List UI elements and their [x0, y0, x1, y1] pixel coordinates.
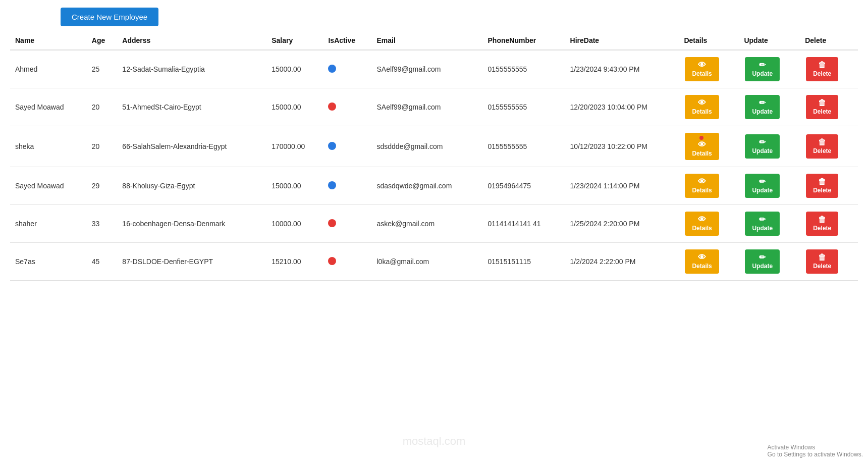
edit-icon: ✏ — [759, 61, 766, 69]
cell-hiredate: 1/2/2024 2:22:00 PM — [565, 243, 679, 281]
eye-icon: 👁 — [698, 216, 706, 224]
cell-salary: 170000.00 — [266, 126, 323, 167]
details-button[interactable]: 👁Details — [685, 95, 719, 119]
employee-table-container: Name Age Adderss Salary IsActive Email P… — [0, 31, 868, 291]
details-button[interactable]: 👁Details — [685, 57, 719, 81]
cell-details: 👁Details — [679, 205, 739, 243]
cell-update: ✏Update — [739, 205, 800, 243]
cell-hiredate: 12/20/2023 10:04:00 PM — [565, 88, 679, 126]
cell-address: 88-Kholusy-Giza-Egypt — [117, 167, 266, 205]
cell-name: Ahmed — [10, 50, 87, 88]
cell-isactive — [323, 243, 371, 281]
cell-salary: 15210.00 — [266, 243, 323, 281]
delete-button-label: Delete — [813, 147, 831, 155]
cell-address: 12-Sadat-Sumalia-Egyptia — [117, 50, 266, 88]
active-true-dot — [328, 181, 336, 189]
delete-button[interactable]: 🗑Delete — [806, 212, 838, 236]
cell-name: sheka — [10, 126, 87, 167]
cell-email: SAelf99@gmail.com — [371, 50, 482, 88]
table-header-row: Name Age Adderss Salary IsActive Email P… — [10, 31, 858, 50]
update-button[interactable]: ✏Update — [745, 174, 780, 198]
delete-button[interactable]: 🗑Delete — [806, 95, 838, 119]
cell-salary: 15000.00 — [266, 88, 323, 126]
col-age: Age — [87, 31, 118, 50]
delete-button[interactable]: 🗑Delete — [806, 57, 838, 81]
cell-isactive — [323, 126, 371, 167]
cell-update: ✏Update — [739, 243, 800, 281]
col-hiredate: HireDate — [565, 31, 679, 50]
eye-icon: 👁 — [698, 178, 706, 186]
eye-icon: 👁 — [698, 253, 706, 262]
cell-phone: 0155555555 — [483, 88, 565, 126]
employee-table: Name Age Adderss Salary IsActive Email P… — [10, 31, 858, 281]
cell-salary: 15000.00 — [266, 167, 323, 205]
update-button-label: Update — [752, 70, 773, 77]
col-email: Email — [371, 31, 482, 50]
cell-isactive — [323, 88, 371, 126]
update-button-label: Update — [752, 225, 773, 232]
delete-button-label: Delete — [813, 225, 831, 232]
cell-update: ✏Update — [739, 88, 800, 126]
trash-icon: 🗑 — [818, 178, 826, 186]
active-true-dot — [328, 142, 336, 150]
cell-age: 45 — [87, 243, 118, 281]
active-false-dot — [328, 102, 336, 111]
cell-delete: 🗑Delete — [800, 167, 858, 205]
trash-icon: 🗑 — [818, 216, 826, 224]
details-button-label: Details — [692, 187, 712, 194]
cell-age: 25 — [87, 50, 118, 88]
table-row: shaher3316-cobenhagen-Densa-Denmark10000… — [10, 205, 858, 243]
trash-icon: 🗑 — [818, 99, 826, 107]
update-button-label: Update — [752, 147, 773, 155]
col-isactive: IsActive — [323, 31, 371, 50]
cell-delete: 🗑Delete — [800, 126, 858, 167]
cell-salary: 15000.00 — [266, 50, 323, 88]
table-row: Se7as4587-DSLDOE-Denfier-EGYPT15210.00l0… — [10, 243, 858, 281]
delete-button-label: Delete — [813, 108, 831, 115]
cell-email: sdasdqwde@gmail.com — [371, 167, 482, 205]
update-button[interactable]: ✏Update — [745, 134, 780, 159]
cell-update: ✏Update — [739, 50, 800, 88]
update-button[interactable]: ✏Update — [745, 212, 780, 236]
cell-delete: 🗑Delete — [800, 50, 858, 88]
details-button[interactable]: 👁Details — [685, 249, 719, 274]
delete-button[interactable]: 🗑Delete — [806, 134, 838, 159]
update-button[interactable]: ✏Update — [745, 95, 780, 119]
eye-icon: 👁 — [698, 141, 706, 149]
table-row: Sayed Moawad2988-Kholusy-Giza-Egypt15000… — [10, 167, 858, 205]
table-row: Sayed Moawad2051-AhmedSt-Cairo-Egypt1500… — [10, 88, 858, 126]
update-button-label: Update — [752, 263, 773, 270]
create-employee-button[interactable]: Create New Employee — [61, 8, 158, 26]
cell-details: 👁Details — [679, 126, 739, 167]
trash-icon: 🗑 — [818, 138, 826, 146]
cell-address: 87-DSLDOE-Denfier-EGYPT — [117, 243, 266, 281]
cell-address: 66-SalahSalem-Alexandria-Egypt — [117, 126, 266, 167]
cell-name: Se7as — [10, 243, 87, 281]
table-body: Ahmed2512-Sadat-Sumalia-Egyptia15000.00S… — [10, 50, 858, 281]
cell-phone: 0155555555 — [483, 126, 565, 167]
delete-button[interactable]: 🗑Delete — [806, 174, 838, 198]
details-button[interactable]: 👁Details — [685, 212, 719, 236]
cell-details: 👁Details — [679, 88, 739, 126]
details-button-label: Details — [692, 70, 712, 77]
notification-dot — [699, 136, 703, 140]
details-button[interactable]: 👁Details — [685, 174, 719, 198]
cell-isactive — [323, 167, 371, 205]
cell-phone: 0155555555 — [483, 50, 565, 88]
cell-delete: 🗑Delete — [800, 243, 858, 281]
col-name: Name — [10, 31, 87, 50]
update-button[interactable]: ✏Update — [745, 57, 780, 81]
table-header: Name Age Adderss Salary IsActive Email P… — [10, 31, 858, 50]
cell-hiredate: 1/23/2024 9:43:00 PM — [565, 50, 679, 88]
delete-button[interactable]: 🗑Delete — [806, 249, 838, 274]
active-true-dot — [328, 65, 336, 73]
edit-icon: ✏ — [759, 178, 766, 186]
details-button[interactable]: 👁Details — [685, 133, 719, 160]
cell-name: shaher — [10, 205, 87, 243]
update-button[interactable]: ✏Update — [745, 249, 780, 274]
col-details: Details — [679, 31, 739, 50]
active-false-dot — [328, 219, 336, 227]
cell-details: 👁Details — [679, 50, 739, 88]
cell-salary: 10000.00 — [266, 205, 323, 243]
cell-hiredate: 1/25/2024 2:20:00 PM — [565, 205, 679, 243]
